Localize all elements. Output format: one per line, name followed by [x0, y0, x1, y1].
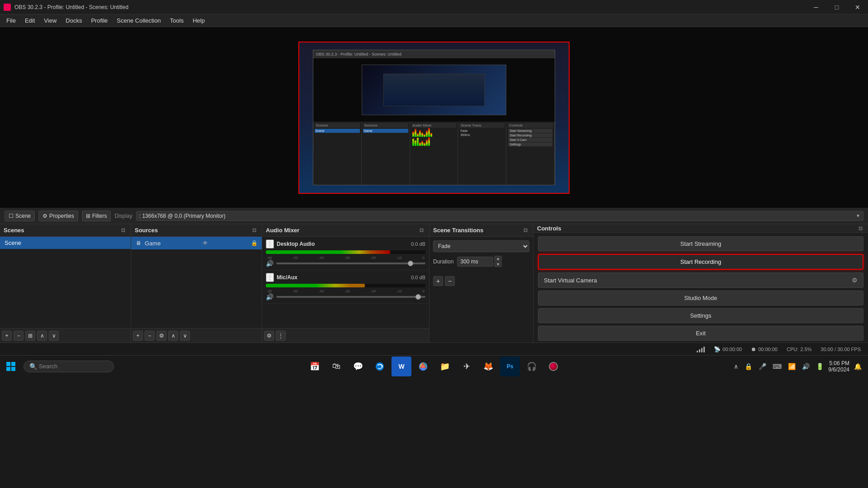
- transition-duration-input[interactable]: [457, 257, 493, 267]
- cpu-value: 2.5%: [800, 347, 811, 352]
- nested-scene-item: Scene: [315, 129, 360, 133]
- nested-audio-title: Audio Mixer: [411, 123, 457, 128]
- close-button[interactable]: ✕: [847, 0, 868, 14]
- taskbar-headphones-button[interactable]: 🎧: [522, 357, 542, 376]
- taskbar-photoshop-button[interactable]: Ps: [500, 357, 520, 376]
- audio-advanced-button[interactable]: ⚙: [264, 331, 274, 341]
- sources-up-button[interactable]: ∧: [168, 331, 178, 341]
- audio-mic-fader[interactable]: [276, 296, 425, 298]
- tray-volume-icon[interactable]: 🔊: [800, 361, 811, 372]
- audio-panel-dock-button[interactable]: ⊡: [417, 226, 425, 235]
- sources-panel-dock-button[interactable]: ⊡: [250, 226, 258, 235]
- taskbar-chrome-button[interactable]: [413, 357, 433, 376]
- start-button[interactable]: [0, 356, 22, 377]
- properties-button[interactable]: ⚙ Properties: [38, 211, 78, 221]
- studio-mode-button[interactable]: Studio Mode: [538, 291, 863, 305]
- source-visibility-button[interactable]: 👁: [201, 239, 209, 247]
- filters-button[interactable]: ⊞ Filters: [82, 211, 111, 221]
- scenes-remove-button[interactable]: −: [14, 331, 24, 341]
- scenes-panel-footer: + − ⊞ ∧ ∨: [0, 328, 131, 343]
- start-recording-button[interactable]: Start Recording: [538, 254, 863, 270]
- scenes-filter-button[interactable]: ⊞: [25, 331, 35, 341]
- menu-profile[interactable]: Profile: [86, 15, 112, 26]
- taskbar-store-button[interactable]: 🛍: [326, 357, 346, 376]
- duration-down-button[interactable]: ▼: [494, 262, 502, 267]
- stream-time-value: 00:00:00: [722, 347, 742, 352]
- menu-tools[interactable]: Tools: [165, 15, 188, 26]
- sources-down-button[interactable]: ∨: [180, 331, 190, 341]
- tray-battery-icon[interactable]: 🔋: [814, 361, 826, 372]
- fps-area: 30.00 / 30.00 FPS: [821, 347, 861, 352]
- transitions-add-button[interactable]: +: [433, 276, 443, 286]
- transitions-panel-dock-button[interactable]: ⊡: [521, 226, 529, 235]
- audio-mic-mute-button[interactable]: 🔊: [266, 293, 274, 300]
- settings-button[interactable]: Settings: [538, 308, 863, 323]
- virtual-camera-settings-icon[interactable]: ⚙: [852, 277, 858, 284]
- nested-vcam-btn: Start V.Cam: [508, 138, 552, 142]
- start-virtual-camera-button[interactable]: Start Virtual Camera ⚙: [538, 272, 863, 288]
- audio-desktop-fader[interactable]: [276, 263, 425, 264]
- transitions-remove-button[interactable]: −: [445, 276, 455, 286]
- sources-panel-icons: ⊡: [250, 226, 258, 235]
- transitions-panel-title: Scene Transitions: [433, 227, 483, 234]
- windows-logo-icon: [5, 361, 16, 372]
- audio-mic-scale: -60 -50 -40 -30 -20 -10 0: [266, 289, 425, 293]
- scene-item-scene[interactable]: Scene: [0, 237, 131, 249]
- eq-bar-16: [426, 140, 428, 146]
- menu-scene-collection[interactable]: Scene Collection: [112, 15, 165, 26]
- exit-button[interactable]: Exit: [538, 326, 863, 341]
- tray-show-hidden-icon[interactable]: ∧: [732, 361, 740, 372]
- menu-edit[interactable]: Edit: [20, 15, 39, 26]
- menu-view[interactable]: View: [39, 15, 61, 26]
- taskbar-clock[interactable]: 5:06 PM 9/6/2024: [828, 360, 849, 373]
- preview-canvas[interactable]: OBS 30.2.3 - Profile: Untitled - Scenes:…: [298, 42, 570, 194]
- display-selector[interactable]: : 1366x768 @ 0,0 (Primary Monitor) ▼: [136, 211, 863, 221]
- audio-mic-options-button[interactable]: ⋮: [266, 273, 274, 282]
- tray-notification-icon[interactable]: 🔔: [852, 361, 863, 372]
- sources-remove-button[interactable]: −: [145, 331, 155, 341]
- scene-toggle-button[interactable]: ☐ Scene: [5, 211, 35, 221]
- start-streaming-button[interactable]: Start Streaming: [538, 236, 863, 251]
- tray-security-icon[interactable]: 🔒: [743, 361, 754, 372]
- scenes-add-button[interactable]: +: [2, 331, 12, 341]
- maximize-button[interactable]: □: [826, 0, 847, 14]
- tray-wifi-icon[interactable]: 📶: [786, 361, 797, 372]
- taskbar-discord-button[interactable]: 💬: [348, 357, 368, 376]
- taskbar-firefox-button[interactable]: 🦊: [478, 357, 498, 376]
- menu-file[interactable]: File: [2, 15, 20, 26]
- audio-desktop-mute-button[interactable]: 🔊: [266, 260, 274, 267]
- taskbar-edge-button[interactable]: [370, 357, 390, 376]
- nested-eq-bars: [411, 129, 457, 138]
- minimize-button[interactable]: ─: [806, 0, 826, 14]
- audio-desktop-db: 0.0 dB: [411, 241, 425, 247]
- audio-desktop-options-button[interactable]: ⋮: [266, 239, 274, 249]
- taskbar-word-button[interactable]: W: [392, 357, 411, 376]
- eq-bar-15: [424, 143, 425, 146]
- windows-taskbar: 🔍 Search 📅 🛍 💬 W 📁 ✈ 🦊 Ps 🎧: [0, 355, 868, 377]
- taskbar-telegram-button[interactable]: ✈: [457, 357, 476, 376]
- menu-help[interactable]: Help: [188, 15, 209, 26]
- sources-add-button[interactable]: +: [133, 331, 143, 341]
- scenes-up-button[interactable]: ∧: [37, 331, 47, 341]
- taskbar-files-button[interactable]: 📁: [435, 357, 455, 376]
- transition-type-select[interactable]: Fade Cut Swipe Slide Stinger Luma Wipe: [433, 240, 529, 252]
- taskbar-obs-button[interactable]: [543, 357, 563, 376]
- controls-panel-dock-button[interactable]: ⊡: [856, 224, 864, 232]
- tray-mic-icon[interactable]: 🎤: [757, 361, 768, 372]
- scenes-down-button[interactable]: ∨: [49, 331, 59, 341]
- source-item-game[interactable]: 🖥 Game 👁 🔒: [131, 237, 262, 249]
- preview-content: OBS 30.2.3 - Profile: Untitled - Scenes:…: [299, 42, 569, 193]
- sources-properties-button[interactable]: ⚙: [156, 331, 166, 341]
- source-lock-button[interactable]: 🔒: [250, 239, 258, 247]
- svg-rect-3: [11, 367, 15, 371]
- scenes-panel: Scenes ⊡ Scene + − ⊞ ∧ ∨: [0, 224, 131, 343]
- tray-keyboard-icon[interactable]: ⌨: [771, 361, 783, 372]
- nested-stream-btn: Start Streaming: [508, 129, 552, 133]
- taskbar-search-area[interactable]: 🔍 Search: [24, 361, 114, 372]
- audio-more-button[interactable]: ⋮: [276, 331, 286, 341]
- scenes-panel-dock-button[interactable]: ⊡: [119, 226, 127, 235]
- audio-mic-db: 0.0 dB: [411, 275, 425, 280]
- taskbar-widget-button[interactable]: 📅: [305, 357, 325, 376]
- menu-docks[interactable]: Docks: [61, 15, 86, 26]
- duration-up-button[interactable]: ▲: [494, 256, 502, 261]
